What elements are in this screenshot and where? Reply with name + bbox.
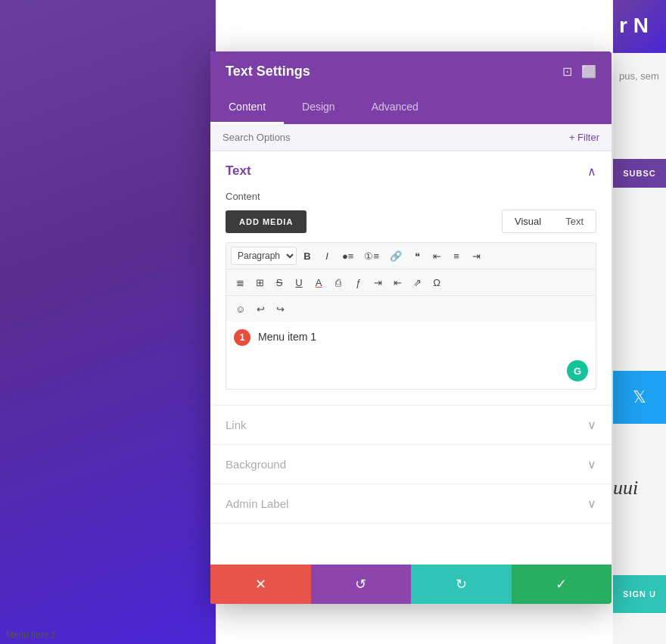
fullscreen-button[interactable]: ⇗	[408, 272, 426, 292]
background-section-chevron: ∨	[587, 457, 596, 471]
text-section-content: Content ADD MEDIA Visual Text Paragraph	[210, 191, 612, 405]
editor-text: Menu item 1	[235, 329, 587, 343]
redo-footer-button[interactable]: ↻	[411, 565, 512, 604]
editor-area[interactable]: 1 Menu item 1 G	[226, 322, 596, 390]
reset-button[interactable]: ↺	[311, 565, 412, 604]
italic-style-button[interactable]: ƒ	[349, 272, 367, 292]
strikethrough-button[interactable]: S	[270, 272, 288, 292]
text-section-chevron: ∧	[587, 164, 596, 179]
text-settings-modal: Text Settings ⊡ ⬜ Content Design Advance…	[210, 51, 612, 604]
toolbar-row-3: ☺ ↩ ↪	[226, 296, 596, 322]
align-justify-button[interactable]: ≣	[231, 272, 249, 292]
align-center-button[interactable]: ≡	[447, 246, 465, 266]
admin-label-section-header[interactable]: Admin Label ∨	[210, 484, 612, 523]
modal-header: Text Settings ⊡ ⬜	[210, 51, 612, 92]
toolbar-row-1: Paragraph Heading 1 Heading 2 B I ●≡ ①≡ …	[226, 243, 596, 269]
paste-plain-button[interactable]: ⎙	[329, 272, 347, 292]
filter-button[interactable]: + Filter	[569, 132, 599, 143]
error-badge: 1	[234, 329, 251, 346]
bg-right-top-text: r N	[613, 0, 666, 38]
italic-button[interactable]: I	[318, 246, 336, 266]
save-button[interactable]: ✓	[512, 565, 612, 604]
text-button[interactable]: Text	[553, 210, 596, 232]
blockquote-button[interactable]: ❝	[408, 246, 426, 266]
admin-label-section-title: Admin Label	[226, 497, 288, 510]
background-section-header[interactable]: Background ∨	[210, 445, 612, 484]
special-char-button[interactable]: Ω	[428, 272, 446, 292]
expand-icon[interactable]: ⊡	[562, 64, 572, 79]
editor-toolbar: Paragraph Heading 1 Heading 2 B I ●≡ ①≡ …	[226, 242, 596, 322]
outdent-button[interactable]: ⇤	[388, 272, 406, 292]
bg-right-top: r N	[613, 0, 666, 53]
split-icon[interactable]: ⬜	[581, 64, 596, 79]
visual-text-toggle: Visual Text	[502, 210, 596, 233]
media-row: ADD MEDIA Visual Text	[226, 210, 596, 233]
background-section: Background ∨	[210, 445, 612, 484]
modal-footer: ✕ ↺ ↻ ✓	[210, 565, 612, 604]
modal-title: Text Settings	[226, 64, 310, 79]
redo-button[interactable]: ↪	[271, 299, 289, 319]
link-section: Link ∨	[210, 406, 612, 445]
underline-button[interactable]: U	[290, 272, 308, 292]
table-button[interactable]: ⊞	[251, 272, 269, 292]
admin-label-section: Admin Label ∨	[210, 484, 612, 524]
modal-tabs: Content Design Advanced	[210, 92, 612, 124]
toolbar-row-2: ≣ ⊞ S U A ⎙ ƒ ⇥ ⇤ ⇗ Ω	[226, 269, 596, 296]
undo-button[interactable]: ↩	[251, 299, 269, 319]
paragraph-select[interactable]: Paragraph Heading 1 Heading 2	[231, 247, 297, 265]
link-section-header[interactable]: Link ∨	[210, 406, 612, 444]
link-button[interactable]: 🔗	[385, 246, 406, 266]
grammarly-icon: G	[567, 360, 588, 381]
align-left-button[interactable]: ⇤	[428, 246, 446, 266]
bg-right-mid: pus, sem	[613, 53, 666, 98]
align-right-button[interactable]: ⇥	[467, 246, 485, 266]
background-left	[0, 0, 216, 644]
font-color-button[interactable]: A	[310, 272, 328, 292]
visual-button[interactable]: Visual	[503, 210, 553, 232]
add-media-button[interactable]: ADD MEDIA	[226, 210, 307, 233]
content-label: Content	[226, 191, 596, 202]
link-section-chevron: ∨	[587, 418, 596, 432]
tab-advanced[interactable]: Advanced	[353, 92, 437, 124]
search-input[interactable]	[223, 132, 563, 143]
cancel-button[interactable]: ✕	[210, 565, 311, 604]
link-section-title: Link	[226, 418, 247, 431]
tab-content[interactable]: Content	[210, 92, 284, 124]
search-bar: + Filter	[210, 124, 612, 151]
background-section-title: Background	[226, 458, 286, 471]
subscribe-box: SUBSC	[613, 159, 666, 188]
emoji-button[interactable]: ☺	[231, 299, 250, 319]
ordered-list-button[interactable]: ①≡	[359, 246, 384, 266]
background-right: r N pus, sem	[613, 0, 666, 644]
text-section: Text ∧ Content ADD MEDIA Visual Text	[210, 151, 612, 406]
status-bar: Menu item 1	[0, 626, 114, 644]
admin-label-section-chevron: ∨	[587, 496, 596, 511]
text-section-title: Text	[226, 163, 251, 179]
status-text: Menu item 1	[6, 630, 56, 640]
modal-header-icons: ⊡ ⬜	[562, 64, 596, 79]
unordered-list-button[interactable]: ●≡	[338, 246, 358, 266]
bold-button[interactable]: B	[298, 246, 316, 266]
signup-box: SIGN U	[613, 575, 666, 613]
text-section-header[interactable]: Text ∧	[210, 151, 612, 191]
twitter-box: 𝕏	[613, 371, 666, 424]
modal-body: Text ∧ Content ADD MEDIA Visual Text	[210, 151, 612, 565]
indent-button[interactable]: ⇥	[369, 272, 387, 292]
tab-design[interactable]: Design	[284, 92, 353, 124]
script-text: uui	[613, 477, 666, 499]
